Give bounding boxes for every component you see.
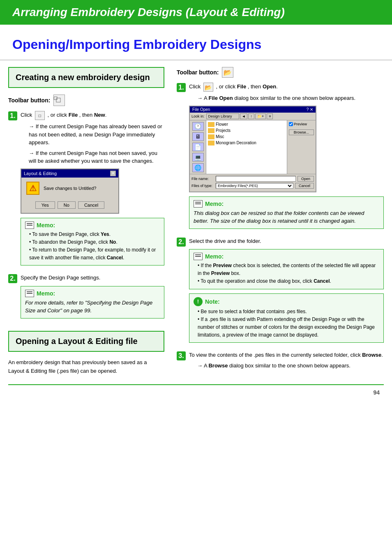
file-open-dialog: File Open ? ✕ Look in: Design Library ◄ …: [189, 106, 316, 192]
opening-section-title: Opening a Layout & Editing file: [16, 337, 157, 346]
step2-open: 2. Select the drive and the folder. Memo…: [177, 237, 384, 347]
fod-filetype-row: Files of type: Embroidery Files(*.PES) C…: [191, 183, 314, 189]
fod-folder-monogram[interactable]: Monogram Decoration: [208, 141, 285, 145]
step1-new: 1. Click □ , or click File , then New. I…: [8, 111, 164, 270]
save-dialog-message: Save changes to Untitled?: [44, 186, 96, 191]
fod-folder-flower[interactable]: Flower: [208, 122, 285, 127]
note-box: ! Note: Be sure to select a folder that …: [189, 293, 384, 343]
memo-step2-open: Memo: If the Preview check box is select…: [189, 249, 384, 289]
memo-new-list: To save the Design Page, click Yes. To a…: [25, 231, 160, 262]
save-dialog: Layout & Editing ✕ ⚠ Save changes to Unt…: [21, 169, 119, 214]
new-toolbar-icon[interactable]: □: [53, 95, 65, 106]
step1-new-click-label: Click: [21, 112, 32, 118]
left-column: Creating a new embroidery design Toolbar…: [8, 67, 173, 376]
fod-cancel-btn[interactable]: Cancel: [295, 183, 314, 189]
step1-open-period: .: [276, 83, 278, 90]
step1-open-click: Click: [189, 83, 201, 90]
toolbar-open-label: Toolbar button:: [177, 69, 219, 76]
note-icon: !: [194, 297, 203, 306]
fod-folder-projects[interactable]: Projects: [208, 128, 285, 133]
fod-filetype-label: Files of type:: [191, 184, 214, 188]
step1-open-arrow1: A File Open dialog box similar to the on…: [195, 94, 384, 102]
creating-section-box: Creating a new embroidery design: [8, 67, 164, 88]
fod-recent-icon[interactable]: 🕐: [192, 122, 204, 131]
fod-lookin-dropdown[interactable]: Design Library: [206, 113, 239, 119]
step3-open-number: 3.: [177, 351, 186, 360]
step2-open-text: Select the drive and the folder.: [189, 237, 384, 245]
note-header: ! Note:: [194, 297, 379, 306]
memo-open-text: This dialog box can be resized so that t…: [194, 209, 379, 225]
fod-newfolder-btn[interactable]: 📁+: [255, 113, 266, 119]
fod-docs-icon[interactable]: 📄: [192, 143, 204, 151]
step1-open-suffix: , or click: [216, 83, 235, 90]
save-dialog-title: Layout & Editing ✕: [21, 169, 118, 178]
memo-step2-header: Memo:: [25, 290, 160, 297]
step1-new-content: Click □ , or click File , then New. If t…: [21, 111, 164, 270]
fod-computer-icon[interactable]: 💻: [192, 153, 204, 162]
toolbar-open-area: Toolbar button: 📂: [177, 67, 384, 78]
step1-new-arrow1: If the current Design Page has already b…: [26, 122, 164, 147]
fod-desktop-icon[interactable]: 🖥: [192, 132, 204, 141]
opening-desc: An embroidery design that has previously…: [8, 358, 164, 376]
memo-new-item2: To abandon the Design Page, click No.: [25, 238, 160, 246]
memo-open-icon: [194, 200, 203, 208]
fod-filetype-select[interactable]: Embroidery Files(*.PES): [216, 183, 293, 189]
fod-preview-checkbox-area: Preview: [289, 122, 314, 126]
new-inline-icon[interactable]: □: [35, 111, 45, 120]
fod-main-area: Flower Projects Misc Monogram Decoration: [206, 120, 287, 174]
save-dialog-close[interactable]: ✕: [110, 171, 116, 176]
fod-back-btn[interactable]: ◄: [240, 113, 248, 119]
save-cancel-button[interactable]: Cancel: [78, 201, 104, 209]
fod-filename-row: File name: Open: [191, 176, 314, 182]
step2-new-number: 2.: [8, 274, 17, 283]
fod-preview-checkbox[interactable]: [289, 122, 293, 126]
step1-open-content: Click 📂 , or click File , then Open. A F…: [189, 83, 384, 233]
fod-preview-area: Preview Browse...: [287, 120, 316, 174]
fod-places-icon[interactable]: 🌐: [192, 163, 204, 172]
content-area: Creating a new embroidery design Toolbar…: [0, 67, 392, 376]
fod-filename-input[interactable]: [216, 176, 296, 182]
memo-step2-open-header: Memo:: [194, 253, 379, 260]
fod-open-btn[interactable]: Open: [297, 176, 314, 182]
fod-view-btn[interactable]: ≡: [267, 113, 273, 119]
memo-new-icon: [25, 222, 34, 229]
fod-title: File Open ? ✕: [190, 106, 316, 113]
warning-icon: ⚠: [26, 182, 39, 195]
fod-folder-misc[interactable]: Misc: [208, 134, 285, 139]
step1-open: 1. Click 📂 , or click File , then Open. …: [177, 83, 384, 233]
open-toolbar-icon[interactable]: 📂: [222, 67, 233, 78]
memo-open-title: Memo:: [205, 201, 224, 207]
step3-open-content: To view the contents of the .pes files i…: [189, 351, 384, 372]
step3-open: 3. To view the contents of the .pes file…: [177, 351, 384, 372]
step2-open-content: Select the drive and the folder. Memo: I…: [189, 237, 384, 347]
note-item2: If a .pes file is saved with Pattern ext…: [194, 316, 379, 339]
note-item1: Be sure to select a folder that contains…: [194, 308, 379, 316]
step1-open-then: , then: [248, 83, 261, 90]
page-header-title: Arranging Embroidery Designs (Layout & E…: [12, 6, 380, 19]
step1-new-new: New: [94, 112, 105, 118]
memo-new-item3: To return to the Design Page, for exampl…: [25, 246, 160, 262]
step1-new-arrow2: If the current Design Page has not been …: [26, 149, 164, 165]
fod-up-btn[interactable]: ↑: [248, 113, 254, 119]
save-no-button[interactable]: No: [58, 201, 76, 209]
fod-footer: File name: Open Files of type: Embroider…: [190, 174, 316, 192]
toolbar-new-label: Toolbar button:: [8, 97, 50, 104]
step1-new-number: 1.: [8, 111, 17, 120]
memo-step2-new: Memo: For more details, refer to "Specif…: [21, 286, 164, 319]
step1-new-then: , then: [79, 112, 93, 118]
step3-browse-label: Browse: [362, 352, 381, 358]
step1-open-file: File: [237, 83, 246, 90]
memo-step2-icon: [25, 290, 34, 297]
memo-step2-open-item2: To quit the operation and close the dial…: [194, 277, 379, 285]
open-inline-icon[interactable]: 📂: [203, 83, 213, 92]
memo-new-title: Memo:: [37, 222, 55, 229]
fod-body: 🕐 🖥 📄 💻 🌐 Flower Projects Misc Monogram …: [190, 120, 316, 174]
toolbar-new-area: Toolbar button: □: [8, 95, 164, 106]
creating-section-title: Creating a new embroidery design: [16, 73, 157, 82]
step1-open-number: 1.: [177, 83, 186, 92]
step1-new-suffix: , or click: [47, 112, 67, 118]
fod-browse-button[interactable]: Browse...: [289, 129, 314, 135]
memo-step2-open-list: If the Preview check box is selected, th…: [194, 262, 379, 286]
save-yes-button[interactable]: Yes: [35, 201, 55, 209]
memo-step2-open-item1: If the Preview check box is selected, th…: [194, 262, 379, 277]
